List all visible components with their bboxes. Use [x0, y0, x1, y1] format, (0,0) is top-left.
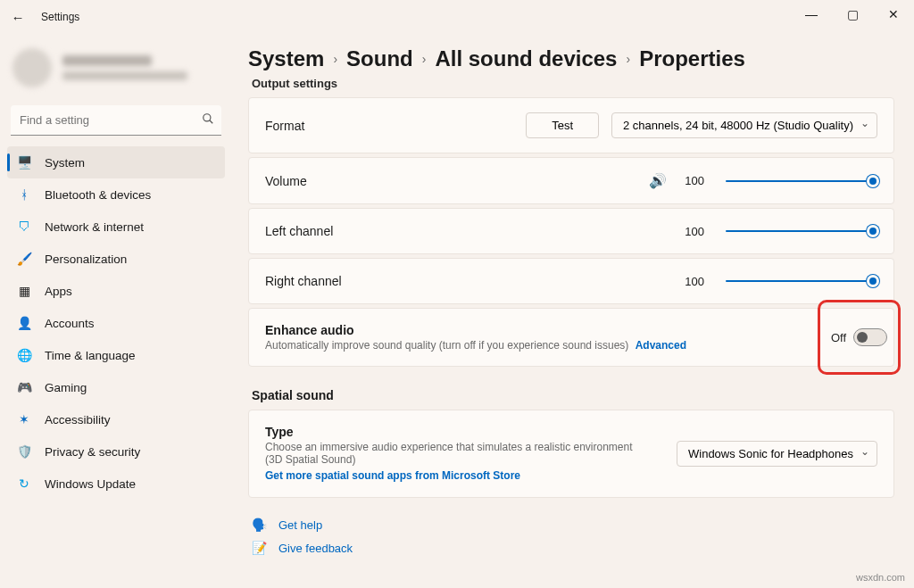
sidebar: 🖥️System ᚼBluetooth & devices ⛉Network &… — [0, 34, 232, 588]
nav-bluetooth[interactable]: ᚼBluetooth & devices — [7, 178, 225, 211]
minimize-button[interactable]: — — [791, 0, 832, 29]
spatial-type-row: Type Choose an immersive audio experienc… — [248, 410, 894, 498]
volume-row: Volume 🔊 100 — [248, 157, 894, 204]
back-button[interactable]: ← — [4, 10, 32, 25]
spatial-type-title: Type — [265, 425, 652, 439]
get-help-link[interactable]: 🗣️Get help — [252, 518, 894, 532]
chevron-right-icon: › — [422, 52, 427, 66]
enhance-audio-row: Enhance audio Automatically improve soun… — [248, 308, 894, 367]
left-channel-value: 100 — [685, 225, 704, 238]
nav-accounts[interactable]: 👤Accounts — [7, 307, 225, 339]
format-dropdown[interactable]: 2 channels, 24 bit, 48000 Hz (Studio Qua… — [611, 112, 877, 138]
nav-apps[interactable]: ▦Apps — [7, 275, 225, 307]
watermark: wsxdn.com — [856, 572, 905, 583]
nav-personalization[interactable]: 🖌️Personalization — [7, 243, 225, 275]
nav-label: Accounts — [45, 317, 95, 330]
maximize-button[interactable]: ▢ — [832, 0, 873, 29]
profile-block[interactable] — [7, 43, 225, 100]
bluetooth-icon: ᚼ — [16, 186, 32, 203]
close-button[interactable]: ✕ — [873, 0, 914, 29]
feedback-icon: 📝 — [252, 541, 268, 555]
give-feedback-link[interactable]: 📝Give feedback — [252, 541, 894, 555]
nav-label: Personalization — [45, 253, 127, 266]
nav-list: 🖥️System ᚼBluetooth & devices ⛉Network &… — [7, 146, 225, 500]
globe-icon: 🌐 — [16, 347, 32, 363]
search-box[interactable] — [11, 105, 221, 136]
avatar — [12, 48, 52, 87]
format-label: Format — [265, 119, 304, 133]
right-channel-slider[interactable] — [726, 273, 877, 289]
output-settings-label: Output settings — [252, 77, 894, 90]
search-input[interactable] — [11, 105, 221, 136]
left-channel-row: Left channel 100 — [248, 208, 894, 254]
window-controls: — ▢ ✕ — [791, 0, 914, 29]
left-channel-label: Left channel — [265, 224, 333, 238]
nav-privacy[interactable]: 🛡️Privacy & security — [7, 435, 225, 468]
breadcrumb: System › Sound › All sound devices › Pro… — [248, 46, 894, 71]
left-channel-slider[interactable] — [726, 223, 877, 239]
format-row: Format Test 2 channels, 24 bit, 48000 Hz… — [248, 97, 894, 153]
spatial-sound-label: Spatial sound — [252, 388, 894, 402]
nav-label: Apps — [45, 285, 72, 298]
highlight-annotation: Off — [818, 300, 901, 375]
update-icon: ↻ — [16, 476, 32, 492]
nav-label: Bluetooth & devices — [45, 188, 151, 202]
wifi-icon: ⛉ — [16, 219, 32, 235]
volume-label: Volume — [265, 174, 307, 188]
main-content: System › Sound › All sound devices › Pro… — [232, 34, 914, 588]
right-channel-label: Right channel — [265, 274, 342, 288]
right-channel-row: Right channel 100 — [248, 258, 894, 304]
shield-icon: 🛡️ — [16, 443, 32, 460]
nav-time[interactable]: 🌐Time & language — [7, 339, 225, 371]
crumb-system[interactable]: System — [248, 46, 324, 71]
svg-line-1 — [210, 120, 213, 124]
apps-icon: ▦ — [16, 283, 32, 299]
crumb-sound[interactable]: Sound — [346, 46, 413, 71]
enhance-toggle[interactable] — [853, 328, 887, 346]
enhance-audio-desc: Automatically improve sound quality (tur… — [265, 339, 877, 352]
volume-value: 100 — [685, 174, 704, 187]
nav-update[interactable]: ↻Windows Update — [7, 468, 225, 500]
enhance-advanced-link[interactable]: Advanced — [636, 339, 686, 352]
nav-label: Windows Update — [45, 477, 136, 491]
gaming-icon: 🎮 — [16, 379, 32, 395]
help-links: 🗣️Get help 📝Give feedback — [252, 518, 894, 555]
spatial-type-dropdown[interactable]: Windows Sonic for Headphones — [677, 441, 877, 467]
spatial-store-link[interactable]: Get more spatial sound apps from Microso… — [265, 469, 520, 482]
accessibility-icon: ✶ — [16, 411, 32, 427]
speaker-icon[interactable]: 🔊 — [649, 172, 667, 189]
nav-label: Time & language — [45, 349, 136, 362]
enhance-audio-title: Enhance audio — [265, 323, 877, 337]
test-button[interactable]: Test — [526, 112, 599, 138]
nav-system[interactable]: 🖥️System — [7, 146, 225, 178]
chevron-right-icon: › — [626, 52, 630, 66]
window-title: Settings — [41, 11, 79, 23]
nav-label: Network & internet — [45, 220, 144, 234]
search-icon — [202, 112, 214, 128]
help-icon: 🗣️ — [252, 518, 268, 532]
spatial-type-desc: Choose an immersive audio experience tha… — [265, 441, 652, 466]
crumb-current: Properties — [639, 46, 745, 71]
nav-gaming[interactable]: 🎮Gaming — [7, 371, 225, 403]
nav-label: Gaming — [45, 381, 87, 394]
profile-name — [62, 55, 152, 66]
brush-icon: 🖌️ — [16, 251, 32, 267]
nav-label: Accessibility — [45, 413, 111, 427]
crumb-all-devices[interactable]: All sound devices — [435, 46, 617, 71]
nav-label: Privacy & security — [45, 445, 140, 459]
nav-network[interactable]: ⛉Network & internet — [7, 211, 225, 243]
nav-label: System — [45, 156, 85, 170]
chevron-right-icon: › — [333, 52, 337, 66]
volume-slider[interactable] — [726, 173, 877, 189]
right-channel-value: 100 — [685, 275, 704, 288]
enhance-toggle-state: Off — [831, 331, 846, 344]
nav-accessibility[interactable]: ✶Accessibility — [7, 403, 225, 435]
system-icon: 🖥️ — [16, 154, 32, 170]
profile-email — [62, 71, 187, 80]
accounts-icon: 👤 — [16, 315, 32, 331]
svg-point-0 — [204, 114, 211, 121]
